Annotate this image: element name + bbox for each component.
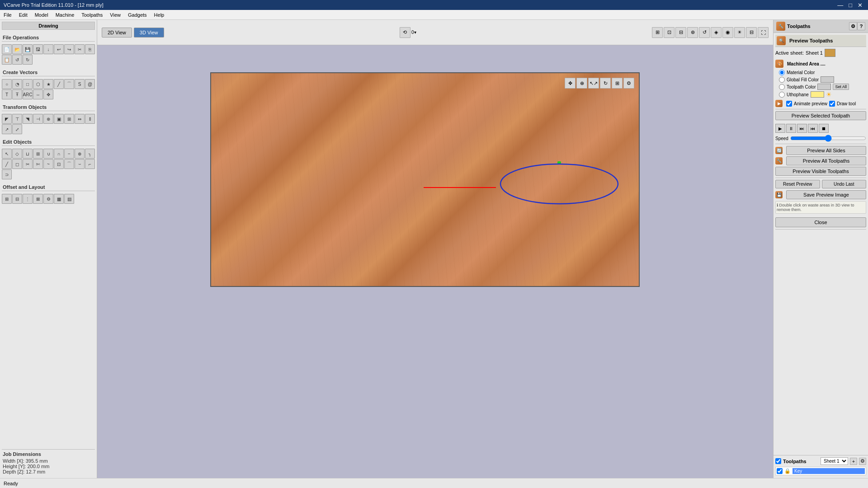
menu-edit[interactable]: Edit (15, 11, 31, 19)
undo-doc-btn[interactable]: ↩ (54, 44, 64, 54)
transform-text-tool[interactable]: ARC (23, 89, 33, 99)
line-tool[interactable]: ╱ (54, 79, 64, 89)
trim-tool[interactable]: ✄ (33, 159, 43, 169)
drawing-tab[interactable]: Drawing (2, 22, 95, 30)
align-tr-btn[interactable]: ◥ (23, 114, 33, 124)
node-edit-tool[interactable]: ✥ (43, 89, 53, 99)
slice-tool[interactable]: ✂ (23, 159, 33, 169)
nesting-btn[interactable]: ⊠ (33, 194, 43, 204)
draw-tool-checkbox[interactable] (829, 101, 835, 107)
union-tool[interactable]: ∪ (43, 149, 53, 159)
node-tool[interactable]: ◇ (12, 149, 22, 159)
isometric-view-btn[interactable]: ⊞ (652, 27, 663, 38)
polyline-tool[interactable]: ⌐ (85, 159, 95, 169)
global-fill-color-radio[interactable] (779, 77, 785, 83)
canvas-pan-btn[interactable]: ↖↗ (588, 78, 599, 89)
preview-visible-toolpaths-btn[interactable]: Preview Visible Toolpaths (775, 167, 866, 176)
chamfer-tool[interactable]: ╱ (2, 159, 12, 169)
panel-help-btn[interactable]: ? (857, 22, 865, 30)
toolpath-color-swatch[interactable] (817, 84, 831, 90)
menu-machine[interactable]: Machine (52, 11, 78, 19)
layout-grid-btn[interactable]: ⋮ (23, 194, 33, 204)
intersect-tool[interactable]: ∩ (54, 149, 64, 159)
canvas-settings-btn[interactable]: ⚙ (623, 78, 634, 89)
align-tl-btn[interactable]: ◤ (2, 114, 12, 124)
circle-tool[interactable]: ○ (2, 79, 12, 89)
undo-btn[interactable]: ↺ (12, 55, 22, 65)
array-btn[interactable]: ⊞ (2, 194, 12, 204)
multi-btn[interactable]: ▤ (64, 194, 74, 204)
size-btn[interactable]: ⤢ (12, 124, 22, 134)
job-setup-btn[interactable]: ⚙ (43, 194, 53, 204)
toolpath-item-key[interactable]: 🔒 Key (775, 467, 866, 475)
select-tool[interactable]: ↖ (2, 149, 12, 159)
copy-btn[interactable]: ⎘ (85, 44, 95, 54)
set-all-btn[interactable]: Set All (833, 84, 849, 90)
join-tool[interactable]: ⊔ (23, 149, 33, 159)
fillet-tool[interactable]: ╮ (85, 149, 95, 159)
close-btn[interactable]: ✕ (856, 2, 864, 9)
redo-btn[interactable]: ↻ (23, 55, 33, 65)
minimize-btn[interactable]: — (835, 2, 845, 9)
light-btn[interactable]: ☀ (734, 27, 745, 38)
canvas-rotate-btn[interactable]: ↻ (600, 78, 611, 89)
grid-view-btn[interactable]: ⊟ (675, 27, 686, 38)
star-tool[interactable]: ★ (43, 79, 53, 89)
save-preview-image-btn[interactable]: Save Preview Image (786, 190, 866, 199)
menu-file[interactable]: File (0, 11, 15, 19)
window-controls[interactable]: — □ ✕ (835, 2, 864, 9)
toolpaths-settings-btn[interactable]: ⚙ (859, 458, 866, 465)
canvas-move-btn[interactable]: ✥ (565, 78, 576, 89)
preview-selected-toolpath-btn[interactable]: Preview Selected Toolpath (775, 111, 866, 120)
material-color-radio[interactable] (779, 70, 785, 75)
new-btn[interactable]: 📄 (2, 44, 12, 54)
array2-btn[interactable]: ▦ (54, 194, 64, 204)
reset-preview-btn[interactable]: Reset Preview (775, 180, 820, 188)
menu-toolpaths[interactable]: Toolpaths (78, 11, 106, 19)
text-tool[interactable]: T (2, 89, 12, 99)
save-as-btn[interactable]: 💾 (23, 44, 33, 54)
cut-btn[interactable]: ✂ (75, 44, 85, 54)
rotate-view-btn[interactable]: ⟲ (400, 27, 410, 38)
spiral-tool[interactable]: @ (85, 79, 95, 89)
uthophane-radio[interactable] (779, 92, 785, 98)
pause-btn[interactable]: ⏸ (786, 124, 796, 133)
align-t-btn[interactable]: ⊤ (12, 114, 22, 124)
reset-view-btn[interactable]: ↺ (699, 27, 710, 38)
menu-gadgets[interactable]: Gadgets (124, 11, 151, 19)
fullscreen-btn[interactable]: ⛶ (758, 27, 769, 38)
group-btn[interactable]: ▣ (54, 114, 64, 124)
curve-tool[interactable]: ⌣ (75, 159, 85, 169)
toolpaths-checkbox[interactable] (775, 458, 781, 464)
smooth-tool[interactable]: ~ (43, 159, 53, 169)
canvas-zoom-btn[interactable]: ⊕ (576, 78, 587, 89)
poly-tool[interactable]: ⬡ (33, 79, 43, 89)
canvas-fit-btn[interactable]: ⊞ (612, 78, 623, 89)
extend-tool[interactable]: ⊃ (2, 169, 12, 179)
tab-3d-view[interactable]: 3D View (134, 28, 164, 38)
maximize-btn[interactable]: □ (847, 2, 854, 9)
mirror-v-btn[interactable]: ⇕ (85, 114, 95, 124)
ungroup-btn[interactable]: ⊞ (64, 114, 74, 124)
ellipse-tool[interactable]: ◔ (12, 79, 22, 89)
global-fill-swatch[interactable] (821, 76, 834, 83)
last-frame-btn[interactable]: ⏮ (808, 124, 818, 133)
arc-tool[interactable]: ⌒ (64, 79, 74, 89)
toolpath-view-btn[interactable]: ⊛ (687, 27, 698, 38)
tab-2d-view[interactable]: 2D View (102, 28, 132, 38)
menu-view[interactable]: View (106, 11, 124, 19)
redo-doc-btn[interactable]: ↪ (64, 44, 74, 54)
toolpath-visible-checkbox[interactable] (777, 468, 783, 474)
arc-fit-tool[interactable]: ⌒ (64, 159, 74, 169)
canvas-area[interactable]: ✥ ⊕ ↖↗ ↻ ⊞ ⚙ (97, 45, 773, 478)
menu-help[interactable]: Help (151, 11, 168, 19)
toolpath-color-radio[interactable] (779, 84, 785, 90)
sheet-selector[interactable]: Sheet 1 (821, 457, 848, 465)
mirror-h-btn[interactable]: ⇔ (75, 114, 85, 124)
animate-preview-checkbox[interactable] (786, 101, 792, 107)
bbox-text-tool[interactable]: Ŧ (12, 89, 22, 99)
panel-settings-btn[interactable]: ⚙ (849, 22, 857, 30)
paste-btn[interactable]: 📋 (2, 55, 12, 65)
dimension-tool[interactable]: ↔ (33, 89, 43, 99)
save-btn[interactable]: 🖫 (33, 44, 43, 54)
